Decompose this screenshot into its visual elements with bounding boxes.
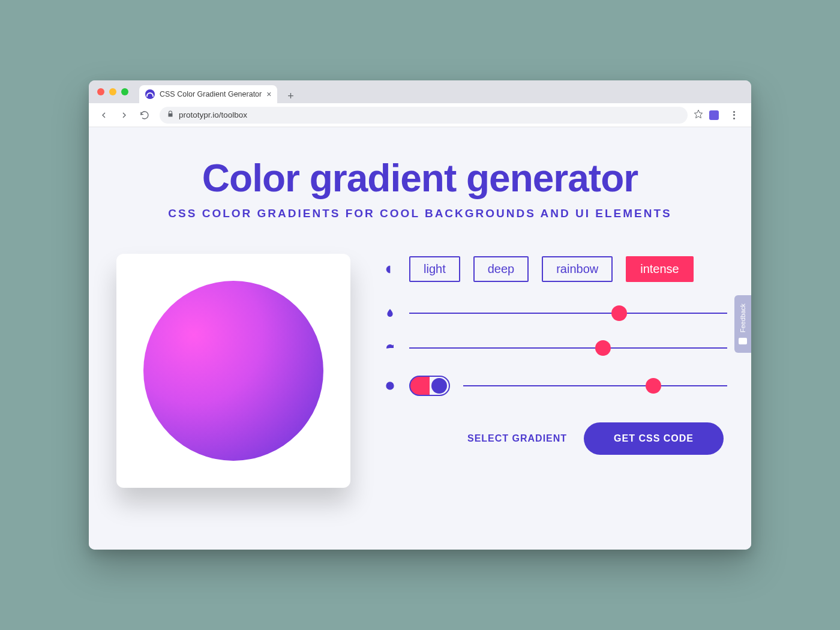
rotate-slider[interactable]	[409, 341, 727, 355]
page-content: Color gradient generator CSS COLOR GRADI…	[89, 127, 751, 550]
favicon-icon	[145, 89, 155, 99]
tab-title: CSS Color Gradient Generator	[160, 90, 262, 98]
controls-column: light deep rainbow intense	[384, 254, 727, 455]
rotate-slider-row	[384, 341, 727, 355]
browser-window: CSS Color Gradient Generator × + prototy…	[89, 80, 751, 550]
contrast-icon	[384, 265, 396, 274]
forward-button[interactable]	[115, 106, 133, 124]
maximize-window-icon[interactable]	[121, 88, 128, 95]
feedback-label: Feedback	[739, 304, 746, 332]
lock-icon	[167, 110, 174, 119]
gradient-preview-card	[116, 254, 350, 488]
toolbar-right	[694, 106, 745, 124]
droplet-icon	[384, 308, 396, 318]
page-subtitle: CSS COLOR GRADIENTS FOR COOL BACKGROUNDS…	[113, 207, 727, 220]
rotate-icon	[384, 343, 396, 353]
feedback-tab[interactable]: Feedback	[734, 295, 751, 353]
mode-intense[interactable]: intense	[626, 256, 694, 282]
mode-row: light deep rainbow intense	[384, 256, 727, 282]
get-css-button[interactable]: GET CSS CODE	[584, 422, 724, 455]
menu-button[interactable]	[725, 106, 743, 124]
back-button[interactable]	[95, 106, 113, 124]
reload-button[interactable]	[136, 106, 154, 124]
generator-panel: light deep rainbow intense	[113, 254, 727, 488]
minimize-window-icon[interactable]	[109, 88, 116, 95]
tab-strip: CSS Color Gradient Generator × +	[89, 80, 751, 103]
bookmark-icon[interactable]	[694, 109, 703, 121]
gradient-type-toggle[interactable]	[409, 376, 450, 396]
spiral-icon	[384, 381, 396, 391]
toggle-row	[384, 376, 727, 396]
address-bar[interactable]: prototypr.io/toolbox	[160, 107, 688, 124]
page-title: Color gradient generator	[113, 158, 727, 199]
browser-tab[interactable]: CSS Color Gradient Generator ×	[139, 85, 277, 103]
gradient-swatch	[143, 281, 323, 461]
svg-marker-0	[694, 110, 702, 118]
mode-rainbow[interactable]: rainbow	[542, 256, 613, 282]
third-slider[interactable]	[463, 379, 727, 393]
extension-icon[interactable]	[709, 110, 719, 120]
mode-light[interactable]: light	[409, 256, 460, 282]
url-text: prototypr.io/toolbox	[179, 110, 247, 119]
svg-point-4	[389, 385, 391, 386]
close-tab-icon[interactable]: ×	[266, 89, 271, 99]
new-tab-button[interactable]: +	[283, 89, 298, 103]
hue-slider[interactable]	[409, 306, 727, 320]
cta-row: SELECT GRADIENT GET CSS CODE	[384, 422, 727, 455]
mode-deep[interactable]: deep	[473, 256, 529, 282]
select-gradient-button[interactable]: SELECT GRADIENT	[467, 433, 567, 444]
hue-slider-row	[384, 306, 727, 320]
feedback-icon	[739, 338, 747, 344]
toolbar: prototypr.io/toolbox	[89, 103, 751, 127]
close-window-icon[interactable]	[97, 88, 104, 95]
window-controls	[97, 80, 128, 103]
